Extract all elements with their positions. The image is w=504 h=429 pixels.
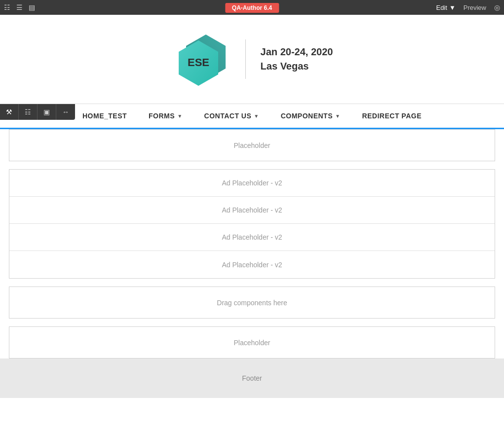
nav-item-redirect[interactable]: REDIRECT PAGE xyxy=(351,104,432,128)
top-toolbar: ☷ ☰ ▤ QA-Author 6.4 Edit ▼ Preview ◎ xyxy=(0,0,504,15)
nav-item-components[interactable]: COMPONENTS ▼ xyxy=(270,104,351,128)
nav-item-contact-us[interactable]: CONTACT US ▼ xyxy=(194,104,270,128)
qa-badge: QA-Author 6.4 xyxy=(225,3,279,13)
drag-zone-label: Drag components here xyxy=(217,299,287,307)
nav-label-redirect: REDIRECT PAGE xyxy=(362,112,422,120)
ad-placeholder-label-4: Ad Placeholder - v2 xyxy=(222,261,282,269)
edit-chevron-icon: ▼ xyxy=(449,4,456,11)
ad-placeholder-label-2: Ad Placeholder - v2 xyxy=(222,206,282,214)
bottom-placeholder-label: Placeholder xyxy=(234,339,271,347)
ad-placeholder-4: Ad Placeholder - v2 xyxy=(9,251,495,278)
edit-button[interactable]: Edit ▼ xyxy=(436,4,455,11)
toolbar-center: QA-Author 6.4 xyxy=(225,3,279,12)
mini-toolbar-arrows-btn[interactable]: ↔ xyxy=(56,104,75,120)
ad-placeholder-3: Ad Placeholder - v2 xyxy=(9,224,495,251)
footer-label: Footer xyxy=(242,374,262,382)
mini-toolbar: ⚒ ☷ ▣ ↔ xyxy=(0,104,75,120)
edit-label: Edit xyxy=(436,4,447,11)
site-header: ESE Jan 20-24, 2020 Las Vegas xyxy=(0,15,504,104)
ad-placeholder-label-1: Ad Placeholder - v2 xyxy=(222,179,282,187)
monitor-icon[interactable]: ▤ xyxy=(29,3,35,11)
content-area: Placeholder Ad Placeholder - v2 Ad Place… xyxy=(0,129,504,398)
nav-label-forms: FORMS xyxy=(149,112,175,120)
contact-chevron-icon: ▼ xyxy=(254,113,259,119)
ad-placeholder-group: Ad Placeholder - v2 Ad Placeholder - v2 … xyxy=(9,169,495,279)
main-nav: ⚒ ☷ ▣ ↔ HOME_TEST FORMS ▼ CONTACT US ▼ C… xyxy=(0,104,504,129)
drag-components-zone[interactable]: Drag components here xyxy=(9,286,495,319)
top-placeholder-block: Placeholder xyxy=(9,129,495,161)
nav-label-home-test: HOME_TEST xyxy=(82,112,127,120)
mini-toolbar-wrench-btn[interactable]: ⚒ xyxy=(0,104,19,120)
nav-item-home-test[interactable]: HOME_TEST xyxy=(72,104,138,128)
event-location: Las Vegas xyxy=(261,61,333,72)
user-toolbar-icon[interactable]: ◎ xyxy=(494,3,500,11)
logo: ESE xyxy=(171,30,231,89)
sliders-icon[interactable]: ☰ xyxy=(16,3,23,11)
preview-button[interactable]: Preview xyxy=(464,4,486,11)
ad-placeholder-1: Ad Placeholder - v2 xyxy=(9,170,495,197)
mini-toolbar-table-btn[interactable]: ☷ xyxy=(19,104,38,120)
toolbar-left: ☷ ☰ ▤ xyxy=(4,3,35,11)
preview-label: Preview xyxy=(464,4,486,11)
nav-label-contact-us: CONTACT US xyxy=(204,112,252,120)
components-chevron-icon: ▼ xyxy=(335,113,340,119)
grid-icon[interactable]: ☷ xyxy=(4,3,10,11)
forms-chevron-icon: ▼ xyxy=(177,113,182,119)
toolbar-right: Edit ▼ Preview ◎ xyxy=(436,3,500,11)
ad-placeholder-2: Ad Placeholder - v2 xyxy=(9,197,495,224)
mini-toolbar-desktop-btn[interactable]: ▣ xyxy=(38,104,56,120)
nav-label-components: COMPONENTS xyxy=(281,112,333,120)
top-placeholder-label: Placeholder xyxy=(234,142,271,149)
bottom-placeholder-block: Placeholder xyxy=(9,326,495,358)
event-date: Jan 20-24, 2020 xyxy=(261,46,333,58)
header-divider xyxy=(245,39,246,79)
logo-container: ESE Jan 20-24, 2020 Las Vegas xyxy=(171,30,333,89)
footer: Footer xyxy=(0,358,504,398)
event-info: Jan 20-24, 2020 Las Vegas xyxy=(261,46,333,72)
sections-wrapper: Placeholder Ad Placeholder - v2 Ad Place… xyxy=(0,129,504,358)
nav-item-forms[interactable]: FORMS ▼ xyxy=(138,104,193,128)
svg-text:ESE: ESE xyxy=(188,56,209,69)
ad-placeholder-label-3: Ad Placeholder - v2 xyxy=(222,233,282,241)
